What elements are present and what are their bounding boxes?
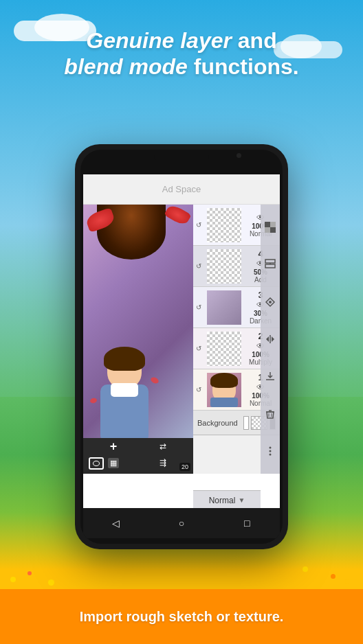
header-line1-suffix: and (232, 28, 277, 53)
bottom-banner: Import rough sketch or texture. (0, 589, 363, 644)
svg-point-7 (269, 301, 272, 303)
merge-icon-2: ↺ (196, 345, 207, 352)
nav-home[interactable]: ○ (173, 515, 190, 531)
nav-recent[interactable]: □ (239, 515, 255, 531)
background-label: Background (197, 419, 238, 427)
blend-mode-label: Normal (209, 496, 236, 505)
phone-nav-bar: ◁ ○ □ (83, 508, 280, 538)
blend-mode-bar[interactable]: Normal ▼ (193, 490, 261, 509)
toolbar-row-1: + ⇄ (83, 438, 193, 455)
merge-icon-4: ↺ (196, 262, 207, 270)
right-sidebar (261, 205, 280, 474)
nav-back[interactable]: ◁ (108, 515, 124, 531)
svg-point-15 (270, 453, 272, 455)
char-hair (104, 347, 145, 371)
canvas-toolbar: + ⇄ ▦ ⇶ (83, 438, 193, 474)
char-collar (111, 383, 138, 397)
svg-rect-3 (265, 227, 270, 233)
header-text: Genuine layer and blend mode functions. (0, 27, 363, 80)
phone-mockup: Ad Space (75, 144, 288, 549)
layer-thumb-4 (207, 249, 241, 284)
ad-space-label: Ad Space (162, 184, 201, 194)
flip-icon[interactable] (263, 332, 278, 347)
ad-space: Ad Space (83, 174, 280, 205)
num-badge: 20 (179, 463, 190, 471)
phone-camera (236, 153, 241, 158)
phone-screen-container: Ad Space (80, 150, 283, 544)
petal-2 (164, 205, 191, 227)
checkerboard-icon[interactable] (263, 220, 278, 235)
layer-thumb-top (207, 208, 241, 242)
layer-down-btn[interactable]: ▦ (104, 456, 123, 470)
merge-icon-3: ↺ (196, 303, 207, 311)
phone-speaker (154, 152, 209, 161)
layer-thumb-3 (207, 290, 241, 325)
svg-rect-1 (270, 227, 276, 233)
more-options-icon[interactable] (263, 444, 278, 459)
merge-btn[interactable]: ⇄ (153, 439, 173, 453)
svg-point-13 (270, 446, 272, 448)
header-line2-italic: blend mode (64, 54, 188, 79)
svg-point-14 (270, 450, 272, 452)
svg-rect-0 (265, 222, 270, 227)
canvas-area[interactable]: + ⇄ ▦ ⇶ (83, 205, 193, 474)
header-line2-suffix: functions. (188, 54, 299, 79)
delete-icon[interactable] (263, 406, 278, 422)
layer-effect-btn[interactable]: ⇶ (153, 456, 173, 470)
bottom-banner-text: Import rough sketch or texture. (80, 609, 284, 625)
add-layer-btn[interactable]: + (104, 439, 123, 453)
merge-layers-icon[interactable] (263, 257, 278, 272)
camera-btn-area[interactable] (89, 457, 104, 470)
merge-icon-1: ↺ (196, 386, 207, 393)
canvas-image (83, 205, 193, 474)
layer-thumb-2 (207, 332, 241, 366)
header-line1-italic: Genuine layer (86, 28, 232, 53)
char-petal-2 (89, 398, 97, 404)
blend-dropdown-icon: ▼ (238, 496, 245, 504)
svg-rect-5 (265, 264, 275, 268)
svg-rect-4 (265, 260, 275, 263)
download-icon[interactable] (263, 369, 278, 384)
svg-rect-2 (270, 222, 276, 227)
char-petal-1 (150, 376, 160, 384)
layer-thumb-1 (207, 373, 241, 407)
bg-swatch-white[interactable] (243, 416, 250, 430)
merge-icon-top: ↺ (196, 221, 207, 229)
phone-screen: Ad Space (83, 174, 280, 509)
transform-icon[interactable] (263, 295, 278, 310)
